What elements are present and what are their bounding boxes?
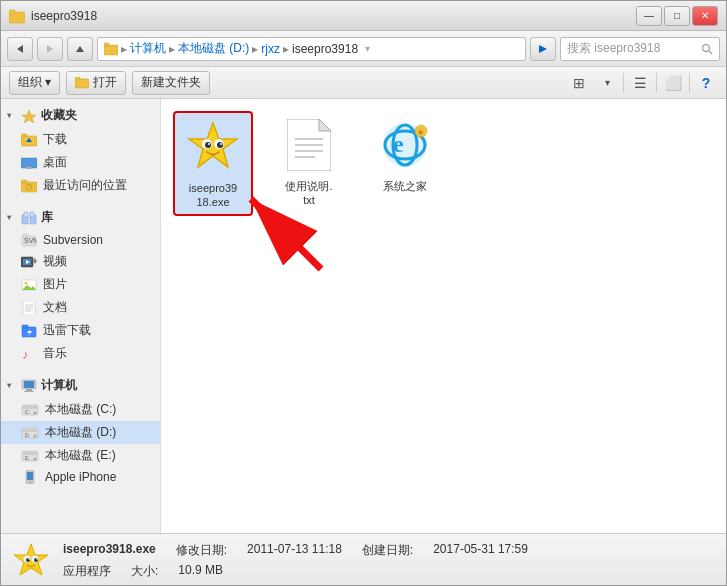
- svg-point-52: [34, 411, 37, 414]
- svg-rect-48: [26, 389, 32, 391]
- view-dropdown-button[interactable]: ▾: [595, 71, 619, 95]
- sidebar-item-thunder[interactable]: 迅雷下载: [1, 319, 160, 342]
- sidebar-item-video[interactable]: 视频: [1, 250, 160, 273]
- sidebar-item-desktop[interactable]: 桌面: [1, 151, 160, 174]
- file-txt[interactable]: 使用说明.txt: [269, 111, 349, 212]
- sidebar-images-label: 图片: [43, 276, 67, 293]
- sidebar-item-iphone[interactable]: Apple iPhone: [1, 467, 160, 487]
- sidebar-section-computer[interactable]: ▾ 计算机: [1, 373, 160, 398]
- status-bar: iseepro3918.exe 修改日期: 2011-07-13 11:18 创…: [1, 533, 726, 586]
- view-details-button[interactable]: ☰: [628, 71, 652, 95]
- svg-text:SVN: SVN: [24, 237, 37, 244]
- open-button[interactable]: 打开: [66, 71, 126, 95]
- preview-pane-button[interactable]: ⬜: [661, 71, 685, 95]
- svg-marker-12: [22, 110, 36, 123]
- sidebar-item-disk-d[interactable]: D: 本地磁盘 (D:): [1, 421, 160, 444]
- svg-line-9: [709, 51, 712, 54]
- library-label: 库: [41, 209, 53, 226]
- sidebar-section-library[interactable]: ▾ 库: [1, 205, 160, 230]
- svg-marker-65: [189, 123, 237, 167]
- svg-point-8: [703, 44, 710, 51]
- svg-marker-73: [319, 119, 331, 131]
- help-button[interactable]: ?: [694, 71, 718, 95]
- svg-text:E:: E:: [25, 455, 30, 461]
- breadcrumb-current: iseepro3918: [292, 42, 358, 56]
- thunder-icon: [21, 324, 37, 338]
- computer-icon: [21, 379, 37, 393]
- back-button[interactable]: [7, 37, 33, 61]
- svg-point-64: [29, 481, 31, 483]
- go-button[interactable]: [530, 37, 556, 61]
- sidebar-item-docs[interactable]: 文档: [1, 296, 160, 319]
- svg-rect-19: [21, 180, 27, 183]
- minimize-button[interactable]: —: [636, 6, 662, 26]
- svg-point-70: [208, 143, 210, 145]
- sidebar-item-recent[interactable]: 最近访问的位置: [1, 174, 160, 197]
- status-row-1: iseepro3918.exe 修改日期: 2011-07-13 11:18 创…: [63, 542, 716, 559]
- sidebar-item-music[interactable]: ♪ 音乐: [1, 342, 160, 365]
- file-area: iseepro3918.exe 使用说明.txt: [161, 99, 726, 533]
- file-txt-icon-wrapper: [279, 115, 339, 175]
- svg-rect-17: [26, 167, 32, 169]
- toolbar-divider2: [656, 73, 657, 93]
- svg-marker-7: [539, 45, 547, 53]
- breadcrumb-sep3: ▸: [252, 42, 258, 56]
- status-row-2: 应用程序 大小: 10.9 MB: [63, 563, 716, 580]
- sidebar-desktop-label: 桌面: [43, 154, 67, 171]
- search-icon: [701, 43, 713, 55]
- window-title: iseepro3918: [31, 9, 97, 23]
- breadcrumb-sep1: ▸: [121, 42, 127, 56]
- up-button[interactable]: [67, 37, 93, 61]
- svg-rect-25: [24, 212, 28, 217]
- close-button[interactable]: ✕: [692, 6, 718, 26]
- breadcrumb-disk[interactable]: 本地磁盘 (D:): [178, 40, 249, 57]
- sidebar-item-subversion[interactable]: SVN Subversion: [1, 230, 160, 250]
- sidebar-item-disk-c[interactable]: C: 本地磁盘 (C:): [1, 398, 160, 421]
- desktop-icon: [21, 156, 37, 170]
- title-bar: iseepro3918 — □ ✕: [1, 1, 726, 31]
- sidebar: ▾ 收藏夹 下载 桌面: [1, 99, 161, 533]
- favorites-arrow: ▾: [7, 111, 17, 120]
- sidebar-thunder-label: 迅雷下载: [43, 322, 91, 339]
- download-icon: [21, 133, 37, 147]
- sidebar-disk-e-label: 本地磁盘 (E:): [45, 447, 116, 464]
- svg-marker-2: [17, 45, 23, 53]
- svg-point-91: [28, 558, 30, 560]
- new-folder-button[interactable]: 新建文件夹: [132, 71, 210, 95]
- sidebar-docs-label: 文档: [43, 299, 67, 316]
- docs-icon: [21, 301, 37, 315]
- sidebar-item-download[interactable]: 下载: [1, 128, 160, 151]
- status-modified-label: 修改日期:: [176, 542, 227, 559]
- breadcrumb: ▸ 计算机 ▸ 本地磁盘 (D:) ▸ rjxz ▸ iseepro3918 ▾: [97, 37, 526, 61]
- svg-point-69: [217, 142, 223, 148]
- status-size-value: 10.9 MB: [178, 563, 223, 580]
- organize-button[interactable]: 组织 ▾: [9, 71, 60, 95]
- view-tiles-button[interactable]: ⊞: [567, 71, 591, 95]
- svg-point-56: [34, 434, 37, 437]
- svg-marker-4: [76, 46, 84, 52]
- forward-button[interactable]: [37, 37, 63, 61]
- breadcrumb-computer[interactable]: 计算机: [130, 40, 166, 57]
- svg-text:★: ★: [417, 128, 424, 137]
- disk-c-icon: C:: [21, 403, 39, 417]
- sidebar-section-favorites[interactable]: ▾ 收藏夹: [1, 103, 160, 128]
- breadcrumb-dropdown-arrow[interactable]: ▾: [365, 43, 370, 54]
- window-icon: [9, 8, 25, 24]
- search-bar[interactable]: 搜索 iseepro3918: [560, 37, 720, 61]
- file-iseepro[interactable]: iseepro3918.exe: [173, 111, 253, 216]
- file-ie-icon-wrapper: e ★: [375, 115, 435, 175]
- sidebar-spacer2: [1, 365, 160, 373]
- status-created-value: 2017-05-31 17:59: [433, 542, 528, 559]
- toolbar-right: ⊞ ▾ ☰ ⬜ ?: [567, 71, 718, 95]
- svg-rect-11: [75, 77, 80, 80]
- maximize-button[interactable]: □: [664, 6, 690, 26]
- svg-rect-43: [22, 325, 28, 328]
- status-filename: iseepro3918.exe: [63, 542, 156, 559]
- svg-rect-49: [24, 391, 34, 392]
- sidebar-download-label: 下载: [43, 131, 67, 148]
- sidebar-item-images[interactable]: 图片: [1, 273, 160, 296]
- sidebar-video-label: 视频: [43, 253, 67, 270]
- breadcrumb-rjxz[interactable]: rjxz: [261, 42, 280, 56]
- file-ie[interactable]: e ★ 系统之家: [365, 111, 445, 197]
- sidebar-item-disk-e[interactable]: E: 本地磁盘 (E:): [1, 444, 160, 467]
